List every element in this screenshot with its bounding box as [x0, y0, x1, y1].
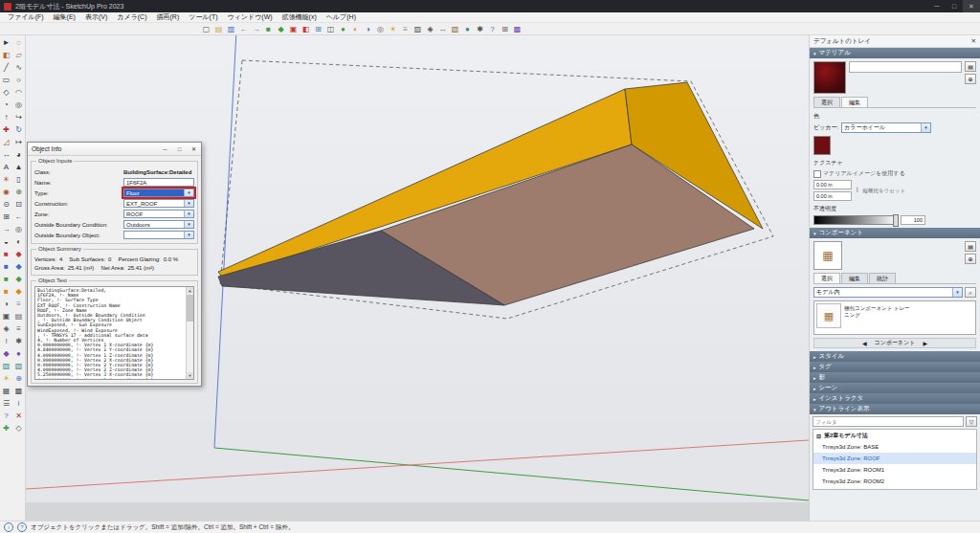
component-preview[interactable]: ▦: [813, 241, 842, 270]
pan-tool-icon[interactable]: ⊕: [12, 186, 25, 198]
open-file-icon[interactable]: ▤: [213, 24, 224, 34]
trnsys-export-icon[interactable]: ◆: [276, 24, 286, 34]
create-material-button[interactable]: ⊕: [965, 74, 976, 84]
os-export-orange-icon[interactable]: ◆: [12, 285, 25, 298]
polygon-tool-icon[interactable]: ◇: [0, 86, 12, 99]
trnsys-surface-icon[interactable]: ◧: [301, 24, 311, 34]
menu-item[interactable]: 描画(R): [152, 12, 185, 22]
axes-tool-icon[interactable]: ✳: [0, 173, 12, 186]
opacity-slider[interactable]: [813, 215, 898, 225]
trnsys-zone-red-icon[interactable]: ■: [0, 248, 12, 260]
section-shadows[interactable]: ▸ 影: [810, 372, 980, 383]
geolocation-icon[interactable]: ⊕: [12, 372, 25, 385]
style-edit-icon[interactable]: ▣: [0, 310, 12, 322]
grid-icon[interactable]: ⊞: [500, 24, 510, 34]
os-import-orange-icon[interactable]: ■: [0, 285, 12, 298]
search-icon[interactable]: ⌕: [965, 287, 976, 298]
zoom-tool-icon[interactable]: ⊙: [0, 198, 12, 211]
expander-icon[interactable]: ⊟: [816, 433, 821, 439]
tape-measure-icon[interactable]: ↦: [12, 136, 25, 148]
os-import-icon[interactable]: ◐: [350, 24, 361, 34]
soften-edges-icon[interactable]: ▩: [12, 385, 25, 397]
material-tab[interactable]: 編集: [841, 97, 868, 107]
pushpull-tool-icon[interactable]: ↑: [0, 111, 12, 123]
zoom-window-icon[interactable]: ⊡: [12, 198, 25, 211]
opacity-value-field[interactable]: 100: [901, 215, 925, 225]
tags-icon[interactable]: ◈: [425, 24, 435, 34]
opacity-slider-thumb[interactable]: [893, 214, 899, 227]
menu-item[interactable]: ウィンドウ(W): [223, 12, 278, 22]
chevron-down-icon[interactable]: ▼: [184, 211, 193, 217]
section-tags[interactable]: ▸ タグ: [810, 362, 980, 372]
materials-section-header[interactable]: ▾ マテリアル: [810, 48, 980, 58]
lasso-tool-icon[interactable]: ◌: [12, 36, 25, 49]
name-input[interactable]: 1F6F2A: [123, 178, 194, 187]
texture-height-field[interactable]: 0.00 in: [813, 191, 852, 201]
new-file-icon[interactable]: ▢: [201, 24, 212, 34]
section-scenes[interactable]: ▸ シーン: [810, 383, 980, 393]
dialog-close-button[interactable]: ✕: [187, 145, 201, 152]
menu-item[interactable]: 編集(E): [49, 12, 80, 22]
menu-item[interactable]: 表示(V): [80, 12, 112, 22]
line-tool-icon[interactable]: ╱: [0, 61, 12, 74]
color-picker-combo[interactable]: カラーホイール ▼: [841, 122, 931, 133]
chevron-down-icon[interactable]: ▼: [952, 288, 962, 297]
rectangle-tool-icon[interactable]: ▭: [0, 74, 12, 86]
extension-b-icon[interactable]: ●: [12, 347, 25, 360]
orbit-tool-icon[interactable]: ◉: [0, 186, 12, 198]
type-combo[interactable]: Floor ▼: [123, 189, 194, 197]
dialog-minimize-button[interactable]: ─: [158, 146, 172, 152]
preferences-icon[interactable]: ✱: [12, 335, 25, 347]
help-status-icon[interactable]: ?: [17, 522, 27, 532]
os-export-icon[interactable]: ◑: [363, 24, 373, 34]
shadow-toggle-icon[interactable]: ◑: [0, 298, 12, 310]
outside-boundary-object-combo[interactable]: ▼: [123, 231, 194, 239]
pie-tool-icon[interactable]: ◔: [0, 99, 12, 111]
style-select-icon[interactable]: ▤: [12, 310, 25, 322]
layers-icon[interactable]: ≡: [12, 322, 25, 335]
components-section-header[interactable]: ▾ コンポーネント: [810, 228, 980, 238]
section-instructor[interactable]: ▸ インストラクタ: [810, 393, 980, 404]
look-around-icon[interactable]: ◐: [12, 235, 25, 248]
menu-item[interactable]: ファイル(F): [3, 12, 49, 22]
aspect-lock-icon[interactable]: ⌇: [856, 187, 858, 194]
dialog-maximize-button[interactable]: □: [172, 146, 187, 152]
reset-aspect-label[interactable]: 縦横比をリセット: [862, 188, 905, 194]
settings-icon[interactable]: ✱: [475, 24, 485, 34]
dialog-title-bar[interactable]: Object Info ─ □ ✕: [28, 143, 201, 156]
trnsys-zone-icon[interactable]: ▣: [288, 24, 299, 34]
trnsys-shade-green-icon[interactable]: ◆: [12, 273, 25, 285]
menu-item[interactable]: ツール(T): [184, 12, 222, 22]
component-source-combo[interactable]: モデル内 ▼: [813, 287, 963, 298]
outliner-section-header[interactable]: ▾ アウトライン表示: [810, 404, 980, 414]
outside-boundary-condition-combo[interactable]: Outdoors ▼: [123, 220, 194, 229]
measure-icon[interactable]: ↔: [437, 24, 448, 34]
box-icon[interactable]: ▧: [450, 24, 460, 34]
menu-item[interactable]: カメラ(C): [112, 12, 151, 22]
freehand-tool-icon[interactable]: ∿: [12, 61, 25, 74]
model-viewport[interactable]: Object Info ─ □ ✕ Object Inputs Class: B…: [26, 35, 809, 522]
followme-tool-icon[interactable]: ↪: [12, 111, 25, 123]
protractor-tool-icon[interactable]: ◕: [12, 148, 25, 161]
sun-icon[interactable]: ☀: [388, 24, 398, 34]
fog-toggle-icon[interactable]: ≡: [12, 298, 25, 310]
move-tool-icon[interactable]: ✚: [0, 123, 12, 136]
material-name-field[interactable]: [849, 61, 962, 73]
outliner-item-roof[interactable]: Trnsys3d Zone: ROOF: [813, 453, 976, 464]
trnsys-wall-blue-icon[interactable]: ■: [0, 260, 12, 273]
menu-item[interactable]: ヘルプ(H): [322, 12, 361, 22]
outliner-item-room1[interactable]: Trnsys3d Zone: ROOM1: [813, 464, 976, 476]
close-group-icon[interactable]: ✕: [12, 410, 25, 422]
section-styles[interactable]: ▸ スタイル: [810, 351, 980, 362]
trnsys-window-blue-icon[interactable]: ◆: [12, 260, 25, 273]
component-detail-button[interactable]: ⊕: [965, 254, 976, 264]
scroll-up-icon[interactable]: ▲: [187, 287, 193, 294]
trnsys-floor-green-icon[interactable]: ■: [0, 273, 12, 285]
save-file-icon[interactable]: ▥: [226, 24, 236, 34]
circle-tool-icon[interactable]: ○: [12, 74, 25, 86]
extension-a-icon[interactable]: ◆: [0, 347, 12, 360]
help-tool-icon[interactable]: ?: [0, 410, 12, 422]
arc-tool-icon[interactable]: ◠: [12, 86, 25, 99]
scroll-thumb[interactable]: [187, 295, 193, 322]
scale-tool-icon[interactable]: ◿: [0, 136, 12, 148]
